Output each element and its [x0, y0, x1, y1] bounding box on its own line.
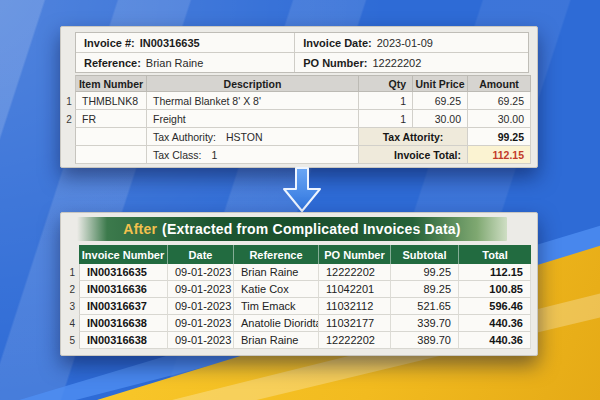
- total-cell: 100.85: [459, 281, 531, 298]
- amount-cell: 69.25: [468, 92, 531, 110]
- tax-authority-label: Tax Authority:: [153, 131, 216, 143]
- row-number: [63, 128, 75, 146]
- after-banner-subtitle: (Extracted from Complicated Invoices Dat…: [162, 221, 461, 237]
- po-number-cell: 12222202: [319, 332, 391, 349]
- unit-price-cell: 30.00: [413, 110, 468, 128]
- tax-authority-value: HSTON: [226, 131, 263, 143]
- col-header-invoice-number: Invoice Number: [79, 245, 168, 264]
- row-number: 4: [63, 315, 79, 332]
- total-cell: 596.46: [459, 298, 531, 315]
- subtotal-cell: 89.25: [391, 281, 459, 298]
- col-header-description: Description: [147, 75, 359, 92]
- col-header-subtotal: Subtotal: [391, 245, 459, 264]
- after-card: After (Extracted from Complicated Invoic…: [60, 212, 538, 356]
- field-po-number: PO Number: 12222202: [295, 53, 528, 72]
- reference-cell: Tim Emack: [234, 298, 319, 315]
- col-header-unit-price: Unit Price: [413, 75, 468, 92]
- field-invoice-date: Invoice Date: 2023-01-09: [295, 33, 528, 53]
- item-number-cell: THMBLNK8: [75, 92, 147, 110]
- date-cell: 09-01-2023: [168, 298, 234, 315]
- total-cell: 440.36: [459, 332, 531, 349]
- item-number-cell-empty: [75, 128, 147, 146]
- item-number-cell-empty: [75, 146, 147, 164]
- subtotal-cell: 339.70: [391, 315, 459, 332]
- row-number: 5: [63, 332, 79, 349]
- date-cell: 09-01-2023: [168, 264, 234, 281]
- description-cell: Freight: [147, 110, 359, 128]
- after-table: Invoice Number Date Reference PO Number …: [63, 245, 531, 349]
- col-header-amount: Amount: [468, 75, 531, 92]
- invoice-date-label: Invoice Date:: [303, 37, 371, 49]
- invoice-date-value: 2023-01-09: [377, 37, 433, 49]
- row-number: 1: [63, 92, 75, 110]
- date-cell: 09-01-2023: [168, 281, 234, 298]
- reference-cell: Brian Raine: [234, 332, 319, 349]
- field-reference: Reference: Brian Raine: [76, 53, 295, 72]
- invoice-header-fields: Invoice #: IN00316635 Invoice Date: 2023…: [75, 32, 529, 73]
- invoice-number-cell: IN00316638: [79, 332, 168, 349]
- po-number-cell: 11032177: [319, 315, 391, 332]
- invoice-number-label: Invoice #:: [84, 37, 135, 49]
- tax-authority-cell: Tax Authority: HSTON: [147, 128, 359, 146]
- invoice-number-value: IN00316635: [140, 37, 200, 49]
- row-number: [63, 146, 75, 164]
- qty-cell: 1: [359, 110, 413, 128]
- reference-cell: Brian Raine: [234, 264, 319, 281]
- tax-class-label: Tax Class:: [153, 149, 201, 161]
- row-number: 2: [63, 110, 75, 128]
- invoice-items-table: Item Number Description Qty Unit Price A…: [63, 75, 531, 164]
- item-number-cell: FR: [75, 110, 147, 128]
- tax-class-cell: Tax Class: 1: [147, 146, 359, 164]
- total-cell: 112.15: [459, 264, 531, 281]
- reference-value: Brian Raine: [146, 57, 203, 69]
- qty-cell: 1: [359, 92, 413, 110]
- tax-attority-label-cell: Tax Attority:: [359, 128, 468, 146]
- col-header-po-number: PO Number: [319, 245, 391, 264]
- po-number-cell: 12222202: [319, 264, 391, 281]
- tax-class-value: 1: [211, 149, 217, 161]
- row-number-header: [63, 75, 75, 92]
- row-number: 1: [63, 264, 79, 281]
- invoice-number-cell: IN00316635: [79, 264, 168, 281]
- po-number-cell: 11042201: [319, 281, 391, 298]
- total-cell: 440.36: [459, 315, 531, 332]
- invoice-number-cell: IN00316638: [79, 315, 168, 332]
- after-banner-highlight: After: [123, 221, 157, 237]
- col-header-total: Total: [459, 245, 531, 264]
- col-header-date: Date: [168, 245, 234, 264]
- row-number: 3: [63, 298, 79, 315]
- row-number-header: [63, 245, 79, 264]
- tax-attority-value-cell: 99.25: [468, 128, 531, 146]
- date-cell: 09-01-2023: [168, 315, 234, 332]
- field-invoice-number: Invoice #: IN00316635: [76, 33, 295, 53]
- invoice-total-value-cell: 112.15: [468, 146, 531, 164]
- unit-price-cell: 69.25: [413, 92, 468, 110]
- description-cell: Thermal Blanket 8' X 8': [147, 92, 359, 110]
- down-arrow-icon: [280, 167, 324, 214]
- invoice-card: Invoice #: IN00316635 Invoice Date: 2023…: [60, 26, 538, 168]
- col-header-qty: Qty: [359, 75, 413, 92]
- invoice-total-label-cell: Invoice Total:: [359, 146, 468, 164]
- subtotal-cell: 99.25: [391, 264, 459, 281]
- row-number: 2: [63, 281, 79, 298]
- invoice-number-cell: IN00316637: [79, 298, 168, 315]
- reference-cell: Anatolie Dioridta: [234, 315, 319, 332]
- subtotal-cell: 389.70: [391, 332, 459, 349]
- amount-cell: 30.00: [468, 110, 531, 128]
- po-number-value: 12222202: [372, 57, 421, 69]
- infographic-canvas: Invoice #: IN00316635 Invoice Date: 2023…: [0, 0, 600, 400]
- invoice-number-cell: IN00316636: [79, 281, 168, 298]
- subtotal-cell: 521.65: [391, 298, 459, 315]
- reference-label: Reference:: [84, 57, 141, 69]
- col-header-item-number: Item Number: [75, 75, 147, 92]
- date-cell: 09-01-2023: [168, 332, 234, 349]
- po-number-label: PO Number:: [303, 57, 367, 69]
- after-banner: After (Extracted from Complicated Invoic…: [77, 217, 507, 241]
- reference-cell: Katie Cox: [234, 281, 319, 298]
- po-number-cell: 11032112: [319, 298, 391, 315]
- col-header-reference: Reference: [234, 245, 319, 264]
